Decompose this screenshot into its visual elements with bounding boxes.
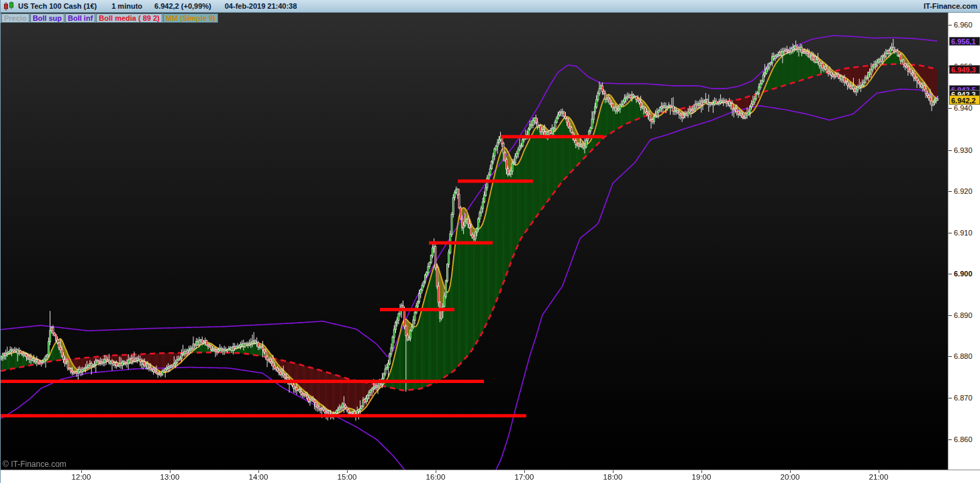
price-tick-mark (948, 274, 952, 274)
price-tick-mark (948, 108, 952, 109)
price-tick-mark (948, 233, 952, 233)
watermark: © IT-Finance.com (3, 460, 66, 469)
brand-label: IT-Finance.com (924, 2, 977, 10)
time-tick-label: 21:00 (869, 473, 889, 481)
price-tick-label: 6.960 (954, 21, 973, 29)
legend-item-mm[interactable]: MM (Simple 9) (163, 13, 218, 23)
price-tick-label: 6.860 (954, 435, 973, 443)
legend-item-boll[interactable]: Boll media ( 89 2) (96, 13, 162, 23)
price-tick-label: 6.870 (954, 394, 973, 402)
price-chart-canvas[interactable] (1, 13, 948, 470)
price-tick-mark (948, 356, 952, 357)
time-tick-label: 17:00 (515, 473, 534, 481)
time-tick-label: 14:00 (249, 473, 268, 481)
trading-platform-window: US Tech 100 Cash (1€) 1 minuto 6.942,2 (… (0, 0, 980, 483)
time-tick-label: 16:00 (426, 473, 446, 481)
price-tick-label: 6.920 (954, 187, 973, 195)
time-axis[interactable]: 12:0013:0014:0015:0016:0017:0018:0019:00… (1, 470, 980, 483)
time-tick-label: 20:00 (781, 473, 800, 481)
title-bar: US Tech 100 Cash (1€) 1 minuto 6.942,2 (… (1, 0, 980, 13)
price-tick-label: 6.890 (954, 311, 973, 319)
legend-item-precio[interactable]: Precio (1, 13, 30, 23)
time-tick-label: 13:00 (160, 473, 180, 481)
chart-area[interactable]: PrecioBoll supBoll infBoll media ( 89 2)… (1, 13, 948, 470)
time-tick-label: 19:00 (692, 473, 712, 481)
price-tag-mm: 6.942,2 (949, 95, 980, 105)
timeframe-label: 1 minuto (111, 2, 142, 10)
price-tick-mark (948, 315, 952, 316)
price-tick-label: 6.900 (954, 270, 973, 278)
price-tick-mark (948, 191, 952, 192)
instrument-name: US Tech 100 Cash (1€) (18, 2, 97, 10)
price-tick-label: 6.880 (954, 352, 973, 360)
price-axis[interactable]: 6.9606.9506.9406.9306.9206.9106.9006.890… (948, 13, 980, 470)
price-tick-label: 6.910 (954, 229, 973, 237)
last-update-datetime: 04-feb-2019 21:40:38 (225, 2, 297, 10)
last-price-and-change: 6.942,2 (+0,99%) (154, 2, 211, 10)
time-tick-label: 15:00 (338, 473, 357, 481)
price-tag-boll-sup: 6.956,1 (949, 37, 980, 46)
legend-item-boll-inf[interactable]: Boll inf (65, 13, 95, 23)
price-tick-label: 6.930 (954, 146, 973, 154)
price-tick-mark (948, 25, 952, 25)
candlestick-icon (3, 1, 15, 11)
price-tick-mark (948, 439, 952, 440)
price-tag-boll-media: 6.949,3 (949, 65, 980, 74)
price-tick-mark (948, 150, 952, 151)
legend-item-boll[interactable]: Boll sup (30, 13, 64, 23)
time-tick-label: 18:00 (603, 473, 623, 481)
indicator-legend: PrecioBoll supBoll infBoll media ( 89 2)… (1, 13, 218, 23)
price-tick-mark (948, 398, 952, 398)
time-tick-label: 12:00 (72, 473, 91, 481)
